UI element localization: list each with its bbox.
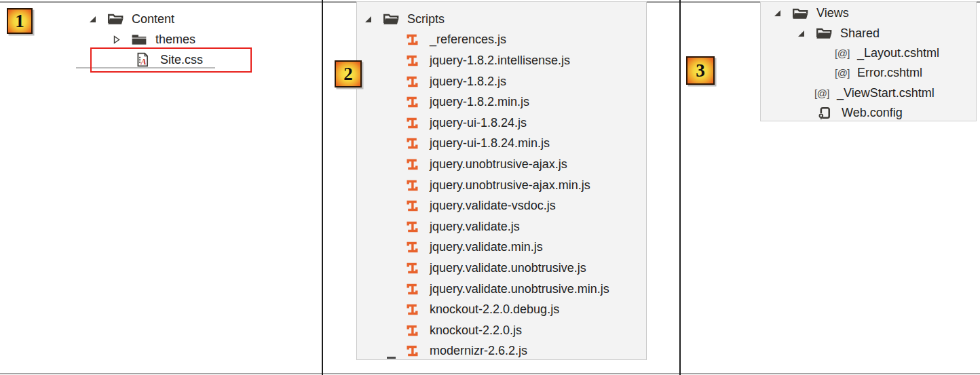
tree-item-label: Error.cshtml [857, 66, 922, 80]
js-file-icon [405, 220, 424, 234]
tree-item-label: _Layout.cshtml [857, 46, 939, 60]
tree-item-label: themes [155, 33, 195, 47]
razor-view-icon: [@] [812, 87, 831, 99]
folder-open-icon [107, 12, 126, 26]
js-file-icon [405, 240, 424, 254]
tree-item-label: jquery-ui-1.8.24.min.js [430, 136, 550, 151]
twisty-expanded-icon[interactable] [773, 9, 792, 18]
column-divider-1 [322, 0, 323, 375]
tree-row[interactable]: jquery-ui-1.8.24.min.js [357, 134, 646, 155]
tree-item-label: Shared [840, 26, 880, 41]
tree-item-label: _references.js [430, 33, 506, 47]
tree-item-label: jquery.unobtrusive-ajax.min.js [430, 178, 590, 193]
cutoff-item-mark [387, 357, 396, 359]
js-file-icon [405, 33, 424, 47]
tree-row[interactable]: knockout-2.2.0.debug.js [357, 299, 646, 320]
razor-view-icon: [@] [833, 47, 852, 59]
tree-item-label: jquery-1.8.2.js [430, 75, 506, 89]
tree-row[interactable]: [@]_ViewStart.cshtml [761, 83, 976, 103]
tree-item-label: jquery.validate.unobtrusive.min.js [430, 282, 609, 296]
js-file-icon [405, 302, 424, 317]
tree-row[interactable]: jquery.validate.min.js [357, 237, 646, 258]
folder-closed-icon [131, 33, 150, 46]
tree-row[interactable]: Content [80, 9, 284, 29]
tree-row[interactable]: jquery.validate.unobtrusive.min.js [357, 279, 646, 300]
tree-item-label: jquery.validate.unobtrusive.js [430, 261, 586, 275]
js-file-icon [405, 75, 424, 89]
js-file-icon [405, 323, 424, 338]
twisty-expanded-icon[interactable] [88, 15, 107, 24]
razor-view-icon: [@] [833, 67, 852, 79]
bottom-border-line [0, 373, 980, 374]
twisty-expanded-icon[interactable] [797, 29, 816, 38]
js-file-icon [405, 282, 424, 296]
tree-row[interactable]: modernizr-2.6.2.js [357, 341, 646, 361]
step-badge-1: 1 [7, 8, 33, 34]
step-badge-3: 3 [686, 56, 715, 85]
js-file-icon [405, 116, 424, 130]
tree-row[interactable]: jquery.unobtrusive-ajax.min.js [357, 175, 646, 196]
tree-item-label: Scripts [407, 12, 445, 26]
tree-item-label: jquery.validate-vsdoc.js [430, 199, 556, 213]
js-file-icon [405, 136, 424, 151]
tree-item-label: knockout-2.2.0.js [430, 323, 522, 338]
tree-row[interactable]: jquery-1.8.2.min.js [357, 92, 646, 113]
tree-row[interactable]: [@]_Layout.cshtml [761, 43, 976, 63]
tree-panel-scripts: Scripts_references.jsjquery-1.8.2.intell… [356, 1, 647, 360]
tree-row[interactable]: jquery-ui-1.8.24.js [357, 113, 646, 134]
tree-row[interactable]: knockout-2.2.0.js [357, 320, 646, 341]
folder-open-icon [383, 12, 402, 26]
folder-open-icon [816, 26, 835, 40]
screenshot-page: 1 2 3 ContentthemesASite.css Scripts_ref… [0, 0, 980, 375]
tree-item-label: Views [816, 6, 849, 20]
tree-item-label: jquery.validate.js [430, 220, 520, 234]
tree-row[interactable]: [@]Error.cshtml [761, 63, 976, 83]
tree-row[interactable]: Web.config [761, 103, 976, 121]
js-file-icon [405, 95, 424, 109]
tree-item-label: knockout-2.2.0.debug.js [430, 302, 559, 317]
tree-item-label: jquery.validate.min.js [430, 240, 543, 254]
config-file-icon [817, 106, 836, 120]
tree-row[interactable]: _references.js [357, 30, 646, 51]
tree-item-label: modernizr-2.6.2.js [430, 344, 527, 358]
tree-item-label: Web.config [842, 106, 903, 120]
tree-panel-views: ViewsShared[@]_Layout.cshtml[@]Error.csh… [760, 1, 977, 121]
tree-item-label: jquery.unobtrusive-ajax.js [430, 157, 567, 172]
column-divider-2 [679, 0, 681, 375]
tree-row[interactable]: jquery.validate.js [357, 216, 646, 237]
tree-row[interactable]: jquery.validate.unobtrusive.js [357, 258, 646, 279]
tree-row[interactable]: jquery-1.8.2.js [357, 71, 646, 92]
tree-row[interactable]: Views [761, 3, 976, 23]
twisty-collapsed-icon[interactable] [112, 35, 131, 44]
tree-item-label: jquery-1.8.2.intellisense.js [430, 54, 570, 68]
twisty-expanded-icon[interactable] [364, 15, 383, 24]
tree-row[interactable]: Scripts [357, 9, 646, 30]
js-file-icon [405, 178, 424, 193]
red-annotation-box [90, 47, 252, 73]
js-file-icon [405, 261, 424, 275]
tree-row[interactable]: jquery.validate-vsdoc.js [357, 195, 646, 216]
tree-row[interactable]: jquery-1.8.2.intellisense.js [357, 50, 646, 71]
tree-row[interactable]: Shared [761, 23, 976, 43]
tree-item-label: _ViewStart.cshtml [837, 86, 935, 100]
js-file-icon [405, 199, 424, 213]
tree-row[interactable]: jquery.unobtrusive-ajax.js [357, 154, 646, 175]
js-file-icon [405, 157, 424, 172]
js-file-icon [405, 344, 424, 358]
tree-item-label: jquery-1.8.2.min.js [430, 95, 529, 109]
tree-item-label: Content [132, 12, 174, 26]
tree-item-label: jquery-ui-1.8.24.js [430, 116, 527, 130]
folder-open-icon [792, 7, 811, 20]
js-file-icon [405, 54, 424, 68]
step-badge-2: 2 [335, 60, 362, 87]
tree-row[interactable]: themes [80, 29, 284, 50]
